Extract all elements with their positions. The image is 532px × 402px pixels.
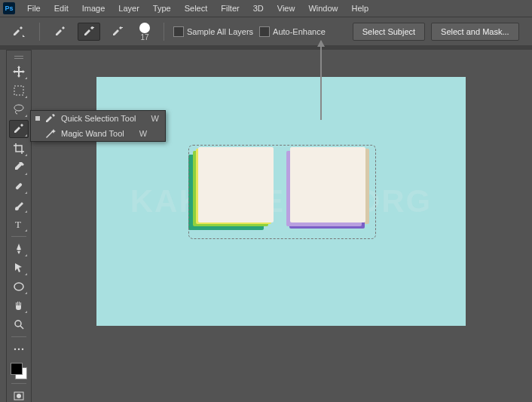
active-dot-icon bbox=[35, 116, 40, 121]
svg-rect-5 bbox=[14, 86, 23, 95]
flyout-item-magic-wand[interactable]: Magic Wand Tool W bbox=[31, 126, 165, 141]
tool-healing-brush[interactable] bbox=[10, 178, 28, 195]
app-logo: Ps bbox=[3, 2, 15, 14]
flyout-label: Quick Selection Tool bbox=[61, 114, 136, 123]
menu-type[interactable]: Type bbox=[147, 2, 177, 14]
auto-enhance-checkbox[interactable]: Auto-Enhance bbox=[259, 26, 326, 37]
svg-point-11 bbox=[18, 348, 20, 350]
add-to-selection-button[interactable] bbox=[78, 23, 100, 41]
brush-preview-icon bbox=[139, 23, 150, 33]
checkbox-label: Auto-Enhance bbox=[273, 27, 326, 36]
tools-panel: T bbox=[6, 50, 32, 402]
flyout-label: Magic Wand Tool bbox=[61, 129, 124, 138]
menu-help[interactable]: Help bbox=[346, 2, 375, 14]
select-subject-button[interactable]: Select Subject bbox=[353, 23, 425, 41]
sample-all-layers-checkbox[interactable]: Sample All Layers bbox=[173, 26, 253, 37]
brush-size-label: 17 bbox=[140, 33, 148, 41]
tool-hand[interactable] bbox=[10, 297, 28, 314]
checkbox-label: Sample All Layers bbox=[187, 27, 253, 36]
flyout-shortcut: W bbox=[139, 129, 147, 138]
tool-zoom[interactable] bbox=[10, 316, 28, 333]
document-tabbar bbox=[0, 45, 532, 50]
select-and-mask-button[interactable]: Select and Mask... bbox=[431, 23, 519, 41]
checkbox-icon bbox=[173, 26, 184, 37]
svg-point-10 bbox=[14, 348, 16, 350]
grip-icon[interactable] bbox=[10, 54, 28, 61]
tool-quick-selection[interactable] bbox=[9, 120, 29, 138]
menu-file[interactable]: File bbox=[21, 2, 47, 14]
svg-rect-1 bbox=[93, 26, 93, 29]
tool-lasso[interactable] bbox=[10, 101, 28, 118]
separator bbox=[39, 23, 40, 41]
separator bbox=[11, 236, 26, 237]
tool-preset-picker[interactable] bbox=[8, 23, 30, 41]
menu-window[interactable]: Window bbox=[302, 2, 344, 14]
separator bbox=[11, 383, 26, 384]
tool-marquee[interactable] bbox=[10, 82, 28, 99]
tool-path-selection[interactable] bbox=[10, 259, 28, 276]
svg-point-12 bbox=[22, 348, 23, 350]
tool-crop[interactable] bbox=[10, 140, 28, 157]
svg-point-9 bbox=[15, 321, 21, 327]
color-swatches[interactable] bbox=[11, 363, 27, 379]
quick-selection-icon bbox=[44, 114, 57, 123]
edit-toolbar-button[interactable] bbox=[10, 341, 28, 358]
menu-image[interactable]: Image bbox=[76, 2, 112, 14]
options-bar: 17 Sample All Layers Auto-Enhance Select… bbox=[0, 17, 532, 47]
menubar: Ps File Edit Image Layer Type Select Fil… bbox=[0, 0, 532, 17]
tool-brush[interactable] bbox=[10, 197, 28, 213]
canvas-area: KAK-SDELAT.ORG bbox=[38, 54, 524, 394]
tool-pen[interactable] bbox=[10, 241, 28, 257]
menu-select[interactable]: Select bbox=[179, 2, 214, 14]
annotation-arrow bbox=[320, 41, 322, 120]
brush-picker[interactable]: 17 bbox=[135, 23, 154, 41]
menu-edit[interactable]: Edit bbox=[48, 2, 75, 14]
menu-layer[interactable]: Layer bbox=[112, 2, 145, 14]
menu-3d[interactable]: 3D bbox=[247, 2, 270, 14]
magic-wand-icon bbox=[44, 129, 57, 138]
svg-rect-3 bbox=[14, 56, 23, 57]
tool-shape[interactable] bbox=[10, 278, 28, 295]
flyout-item-quick-selection[interactable]: Quick Selection Tool W bbox=[31, 111, 165, 126]
checkbox-icon bbox=[259, 26, 270, 37]
foreground-swatch bbox=[11, 363, 23, 375]
quick-mask-button[interactable] bbox=[10, 388, 28, 402]
svg-rect-2 bbox=[120, 27, 123, 28]
flyout-shortcut: W bbox=[151, 114, 158, 123]
tool-move[interactable] bbox=[10, 63, 28, 80]
menu-view[interactable]: View bbox=[271, 2, 301, 14]
separator bbox=[11, 336, 26, 337]
separator bbox=[164, 23, 164, 41]
quick-selection-flyout: Quick Selection Tool W Magic Wand Tool W bbox=[30, 110, 166, 142]
svg-text:T: T bbox=[15, 219, 21, 229]
selection-marquee bbox=[188, 145, 376, 239]
new-selection-button[interactable] bbox=[49, 23, 72, 41]
svg-rect-6 bbox=[15, 183, 23, 190]
tool-type[interactable]: T bbox=[10, 216, 28, 232]
subtract-from-selection-button[interactable] bbox=[106, 23, 129, 41]
svg-rect-4 bbox=[14, 58, 23, 59]
svg-point-8 bbox=[14, 283, 23, 290]
tool-eyedropper[interactable] bbox=[10, 159, 28, 176]
svg-point-14 bbox=[17, 394, 21, 398]
menu-filter[interactable]: Filter bbox=[215, 2, 245, 14]
